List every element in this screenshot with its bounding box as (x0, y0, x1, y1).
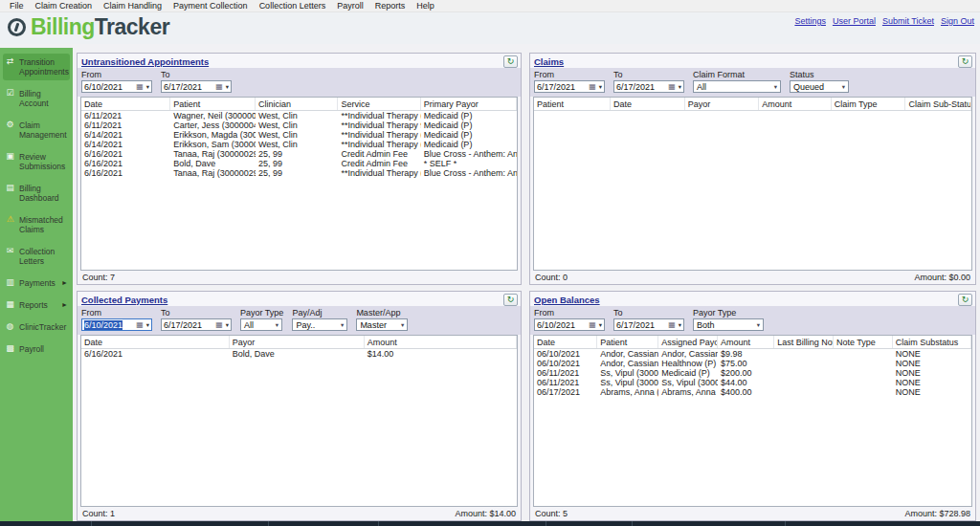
table-row[interactable]: 06/17/2021Abrams, Anna (300...Abrams, An… (534, 387, 971, 397)
to-date-field[interactable]: 6/17/2021 ▦ ▾ (613, 318, 684, 331)
table-row[interactable]: 06/10/2021Andor, Cassian (30...Andor, Ca… (534, 349, 971, 359)
user-portal-link[interactable]: User Portal (833, 16, 876, 26)
menu-file[interactable]: File (6, 1, 32, 11)
column-header[interactable]: Date (81, 98, 170, 110)
status-select[interactable]: Queued ▾ (790, 80, 849, 93)
calendar-icon[interactable]: ▦ (589, 82, 596, 91)
column-header[interactable]: Payor (685, 98, 760, 110)
payor-type-select[interactable]: All ▾ (240, 318, 282, 331)
column-header[interactable]: Claim Type (832, 98, 906, 110)
column-header[interactable]: Date (611, 98, 685, 110)
chevron-down-icon[interactable]: ▾ (226, 83, 229, 91)
column-header[interactable]: Patient (534, 98, 611, 110)
settings-link[interactable]: Settings (794, 16, 826, 26)
submenu-arrow-icon: ► (61, 279, 68, 287)
sign-out-link[interactable]: Sign Out (941, 16, 974, 26)
calendar-icon[interactable]: ▦ (215, 82, 223, 91)
table-row[interactable]: 6/11/2021Wagner, Neil (300000442)West, C… (81, 111, 517, 121)
refresh-icon[interactable]: ↻ (503, 294, 518, 306)
menu-help[interactable]: Help (412, 1, 442, 11)
sidebar-item-billing-account[interactable]: ☑ Billing Account (3, 85, 70, 112)
from-date-field[interactable]: 6/17/2021 ▦ ▾ (534, 80, 605, 93)
table-cell: NONE (893, 378, 971, 387)
to-date-field[interactable]: 6/17/2021 ▦ ▾ (161, 318, 232, 331)
column-header[interactable]: Amount (365, 336, 517, 348)
calendar-icon[interactable]: ▦ (215, 320, 223, 329)
column-header[interactable]: Payor (230, 336, 365, 348)
table-cell: 6/14/2021 (81, 130, 170, 140)
open-balances-title-link[interactable]: Open Balances (534, 295, 600, 305)
from-date-field[interactable]: 6/10/2021 ▦ ▾ (534, 318, 605, 331)
sidebar-item-billing-dashboard[interactable]: ▤ Billing Dashboard (3, 180, 70, 207)
column-header[interactable]: Last Billing Note (774, 336, 834, 348)
table-row[interactable]: 6/16/2021Tanaa, Raj (300000296)25, 99Cre… (81, 149, 517, 159)
master-app-select[interactable]: Master ▾ (356, 318, 408, 331)
claims-title-link[interactable]: Claims (534, 56, 564, 67)
column-header[interactable]: Primary Payor (421, 98, 517, 110)
column-header[interactable]: Service (338, 98, 420, 110)
column-header[interactable]: Claim Sub-Status (905, 98, 971, 110)
table-row[interactable]: 6/16/2021Bold, Dave$14.00 (81, 349, 517, 359)
submit-ticket-link[interactable]: Submit Ticket (882, 16, 934, 26)
table-cell: **Individual Therapy (2030) (338, 130, 420, 140)
to-date-field[interactable]: 6/17/2021 ▦ ▾ (161, 80, 232, 93)
to-date-field[interactable]: 6/17/2021 ▦ ▾ (613, 80, 684, 93)
table-row[interactable]: 06/11/2021Ss, Vipul (3000002...Medicaid … (534, 368, 971, 378)
from-date-field[interactable]: 6/10/2021 ▦ ▾ (81, 318, 152, 331)
column-header[interactable]: Patient (597, 336, 658, 348)
calendar-icon[interactable]: ▦ (589, 320, 596, 329)
untransitioned-appointments-title-link[interactable]: Untransitioned Appointments (81, 56, 209, 67)
chevron-down-icon[interactable]: ▾ (146, 83, 149, 91)
sidebar-item-collection-letters[interactable]: ✉ Collection Letters (3, 243, 70, 270)
sidebar-item-mismatched-claims[interactable]: ⚠ Mismatched Claims (3, 211, 70, 238)
column-header[interactable]: Patient (170, 98, 256, 110)
menu-collection-letters[interactable]: Collection Letters (256, 1, 334, 11)
column-header[interactable]: Amount (718, 336, 774, 348)
column-header[interactable]: Clinician (256, 98, 338, 110)
refresh-icon[interactable]: ↻ (503, 55, 518, 68)
table-cell: 25, 99 (256, 149, 338, 159)
table-row[interactable]: 06/10/2021Andor, Cassian (30...Healthnow… (534, 359, 971, 368)
chevron-down-icon[interactable]: ▾ (226, 321, 229, 329)
calendar-icon[interactable]: ▦ (668, 82, 676, 91)
table-row[interactable]: 6/11/2021Carter, Jess (300000443)West, C… (81, 121, 517, 130)
menu-payment-collection[interactable]: Payment Collection (169, 1, 256, 11)
table-row[interactable]: 6/14/2021Erikkson, Magda (300000444)West… (81, 130, 517, 140)
sidebar-item-claim-management[interactable]: ⚙ Claim Management (3, 117, 70, 143)
calendar-icon[interactable]: ▦ (136, 320, 144, 329)
refresh-icon[interactable]: ↻ (958, 55, 972, 68)
sidebar-item-review-submissions[interactable]: ▣ Review Submissions (3, 148, 70, 175)
sidebar-item-payments[interactable]: ▥ Payments ► (3, 274, 70, 292)
sidebar-item-reports[interactable]: ▦ Reports ► (3, 296, 70, 314)
pay-adj-select[interactable]: Pay.. ▾ (292, 318, 347, 331)
chevron-down-icon[interactable]: ▾ (679, 83, 681, 91)
sidebar-item-payroll[interactable]: ▩ Payroll (3, 340, 70, 358)
calendar-icon[interactable]: ▦ (136, 82, 144, 91)
column-header[interactable]: Date (534, 336, 597, 348)
calendar-icon[interactable]: ▦ (668, 320, 676, 329)
column-header[interactable]: Date (81, 336, 230, 348)
claim-format-select[interactable]: All ▾ (693, 80, 781, 93)
table-row[interactable]: 6/16/2021Bold, Dave25, 99Credit Admin Fe… (81, 159, 517, 168)
payor-type-select[interactable]: Both ▾ (693, 318, 764, 331)
sidebar-item-transition-appointments[interactable]: ⇄ Transition Appointments (3, 54, 70, 80)
collected-payments-title-link[interactable]: Collected Payments (81, 295, 167, 305)
column-header[interactable]: Note Type (834, 336, 893, 348)
sidebar-item-clinictracker[interactable]: ◍ ClinicTracker (3, 318, 70, 336)
menu-claim-creation[interactable]: Claim Creation (32, 1, 100, 11)
chevron-down-icon[interactable]: ▾ (599, 321, 602, 329)
menu-reports[interactable]: Reports (371, 1, 413, 11)
column-header[interactable]: Claim Substatus (893, 336, 971, 348)
menu-payroll[interactable]: Payroll (333, 1, 371, 11)
column-header[interactable]: Amount (759, 98, 831, 110)
chevron-down-icon[interactable]: ▾ (599, 83, 602, 91)
from-date-field[interactable]: 6/10/2021 ▦ ▾ (81, 80, 152, 93)
chevron-down-icon[interactable]: ▾ (679, 321, 681, 329)
table-row[interactable]: 6/16/2021Tanaa, Raj (300000296)25, 99**I… (81, 168, 517, 178)
chevron-down-icon[interactable]: ▾ (146, 321, 149, 329)
refresh-icon[interactable]: ↻ (958, 294, 972, 306)
table-row[interactable]: 06/11/2021Ss, Vipul (3000002...Ss, Vipul… (534, 378, 971, 387)
column-header[interactable]: Assigned Payor (658, 336, 718, 348)
menu-claim-handling[interactable]: Claim Handling (100, 1, 169, 11)
table-row[interactable]: 6/14/2021Erikkson, Sam (300000445)West, … (81, 140, 517, 149)
